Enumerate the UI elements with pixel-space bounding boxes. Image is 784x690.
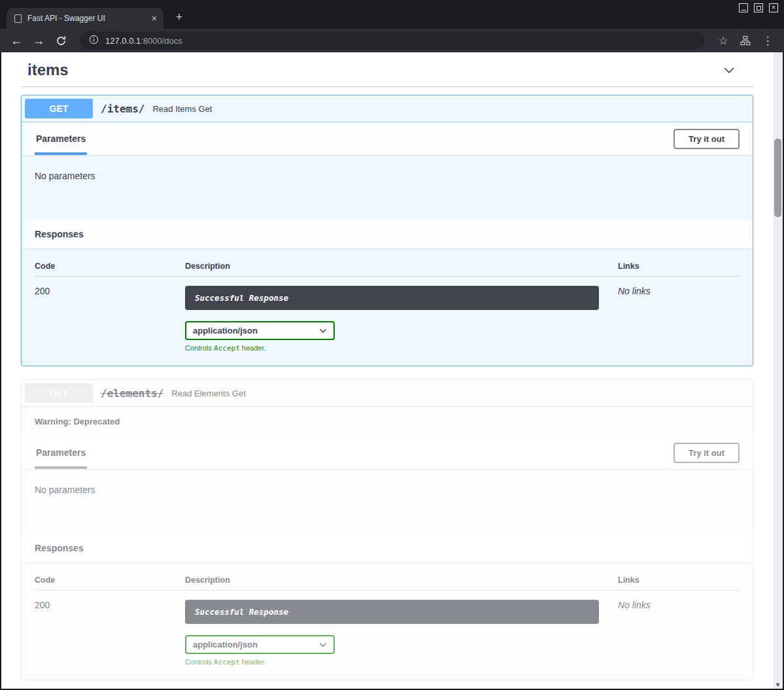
col-description: Description (185, 576, 618, 585)
response-code: 200 (35, 286, 185, 353)
accept-header-note: Controls Accept header. (185, 658, 618, 666)
opblock-get-elements-deprecated: GET /elements/ Read Elements Get Warning… (21, 379, 753, 680)
scroll-down-arrow-icon[interactable]: ▼ (773, 681, 783, 688)
col-code: Code (35, 262, 185, 271)
responses-body: Code Description Links 200 Successful Re… (22, 562, 753, 680)
col-links: Links (618, 576, 740, 585)
operation-summary: Read Elements Get (171, 388, 245, 398)
url-path: :8000/docs (141, 36, 182, 46)
responses-body: Code Description Links 200 Successful Re… (22, 249, 753, 366)
browser-menu-icon[interactable]: ⋮ (759, 32, 776, 49)
opblock-get-items: GET /items/ Read Items Get Parameters Tr… (21, 95, 753, 366)
window-controls: × (739, 3, 778, 12)
parameters-header: Parameters Try it out (22, 122, 753, 155)
method-badge: GET (25, 383, 93, 403)
responses-title: Responses (35, 229, 84, 239)
try-it-out-button[interactable]: Try it out (673, 129, 740, 149)
media-type-value: application/json (193, 640, 258, 649)
collapse-chevron-icon[interactable] (722, 63, 747, 77)
tab-parameters[interactable]: Parameters (35, 436, 87, 469)
parameters-body: No parameters (22, 469, 753, 534)
url-text: 127.0.0.1:8000/docs (105, 36, 182, 46)
accept-header-note: Controls Accept header. (185, 344, 618, 353)
response-row: 200 Successful Response application/json… (35, 591, 740, 666)
sitemap-icon[interactable] (737, 32, 754, 49)
chevron-down-icon (319, 642, 327, 647)
method-badge: GET (25, 99, 93, 118)
close-icon: × (772, 5, 775, 11)
chevron-down-icon (319, 328, 327, 334)
close-button[interactable]: × (769, 3, 778, 12)
response-row: 200 Successful Response application/json… (35, 277, 740, 353)
swagger-ui: items GET /items/ Read Items Get Paramet… (1, 52, 773, 689)
tag-title: items (27, 60, 69, 80)
media-type-select[interactable]: application/json (185, 321, 335, 340)
page: items GET /items/ Read Items Get Paramet… (1, 52, 783, 689)
opblock-summary[interactable]: GET /elements/ Read Elements Get (22, 380, 753, 407)
page-favicon-icon (14, 14, 22, 23)
responses-table-header: Code Description Links (35, 262, 740, 277)
minimize-icon (741, 10, 746, 10)
try-it-out-button[interactable]: Try it out (673, 443, 740, 463)
minimize-button[interactable] (739, 3, 748, 12)
col-description: Description (185, 262, 618, 271)
responses-table-header: Code Description Links (35, 576, 740, 591)
operation-path: /items/ (101, 103, 145, 115)
tab-parameters[interactable]: Parameters (35, 122, 87, 155)
response-message: Successful Response (185, 600, 599, 624)
back-icon[interactable]: ← (8, 32, 25, 49)
parameters-body: No parameters (22, 155, 753, 220)
maximize-button[interactable] (754, 3, 763, 12)
address-bar[interactable]: 127.0.0.1:8000/docs (80, 31, 704, 50)
no-parameters-text: No parameters (35, 171, 95, 181)
scrollbar-thumb[interactable] (774, 139, 781, 217)
url-host: 127.0.0.1 (105, 36, 141, 46)
tab-close-icon[interactable]: × (150, 14, 158, 23)
response-description-cell: Successful Response application/json Con… (185, 286, 618, 353)
responses-title: Responses (35, 543, 84, 553)
no-parameters-text: No parameters (35, 485, 95, 495)
tab-title: Fast API - Swagger UI (27, 14, 145, 23)
response-links: No links (618, 600, 740, 666)
maximize-icon (757, 6, 761, 10)
response-links: No links (618, 286, 740, 353)
responses-header: Responses (22, 534, 753, 562)
response-message: Successful Response (185, 286, 599, 310)
operation-summary: Read Items Get (152, 104, 212, 114)
media-type-value: application/json (193, 326, 258, 336)
media-type-select[interactable]: application/json (185, 635, 335, 654)
opblock-summary[interactable]: GET /items/ Read Items Get (22, 95, 753, 122)
forward-icon[interactable]: → (30, 32, 47, 49)
deprecated-warning: Warning: Deprecated (22, 407, 753, 436)
responses-header: Responses (22, 220, 753, 249)
site-info-icon[interactable] (89, 35, 99, 47)
browser-titlebar: Fast API - Swagger UI × + × (0, 0, 784, 29)
parameters-header: Parameters Try it out (22, 436, 753, 469)
col-links: Links (618, 262, 740, 271)
response-code: 200 (35, 600, 185, 666)
tag-section-header[interactable]: items (21, 56, 753, 87)
new-tab-button[interactable]: + (173, 11, 186, 24)
page-scrollbar[interactable]: ▼ (773, 52, 783, 689)
bookmark-star-icon[interactable]: ☆ (715, 32, 732, 49)
reload-icon[interactable] (52, 32, 69, 49)
browser-toolbar: ← → 127.0.0.1:8000/docs ☆ ⋮ (0, 29, 784, 52)
col-code: Code (35, 576, 185, 585)
operation-path: /elements/ (101, 387, 163, 400)
response-description-cell: Successful Response application/json Con… (185, 600, 618, 666)
browser-tab[interactable]: Fast API - Swagger UI × (7, 8, 163, 29)
